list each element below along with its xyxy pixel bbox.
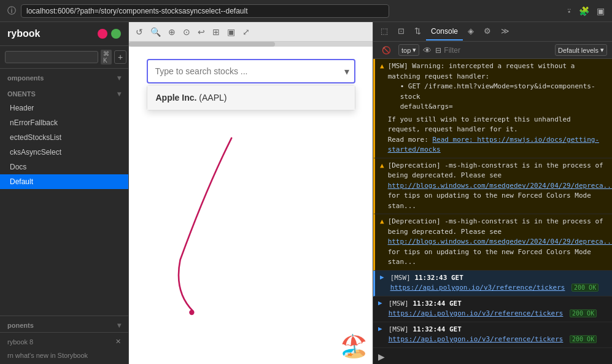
tab-network[interactable]: ⇅: [409, 23, 426, 41]
sidebar-item-asyncselect[interactable]: cksAsyncSelect: [0, 145, 128, 160]
network-url-1[interactable]: https://api.polygon.io/v3/reference/tick…: [389, 309, 564, 317]
sidebar-brand-icons: [98, 29, 121, 39]
browser-toolbar-icons: ⍣ 🧩 ▣: [567, 6, 605, 16]
stock-select-container: ▾ Apple Inc. (AAPL): [147, 59, 355, 83]
story-preview-area: ↺ 🔍 ⊕ ⊙ ↩ ⊞ ▣ ⤢ ▾ Apple Inc. (AAPL): [129, 22, 373, 364]
console-toolbar: 🚫 top ▾ 👁 ⊟ Default levels ▾: [373, 42, 612, 59]
deprecation-link-1[interactable]: http://blogs.windows.com/msedgedev/2024/…: [388, 182, 612, 190]
expand-icon-1[interactable]: ▶: [378, 299, 382, 307]
sidebar-item-default[interactable]: Default: [0, 174, 128, 189]
performance-icon: ◈: [468, 26, 474, 36]
console-filter-area: ⊟: [435, 46, 551, 55]
console-bottom-bar: ▶: [373, 349, 612, 364]
sources-icon: ⊡: [398, 26, 405, 36]
toolbar-expand-icon[interactable]: ⤢: [241, 25, 252, 39]
console-context-dropdown[interactable]: top ▾: [398, 44, 419, 56]
tab-performance[interactable]: ◈: [463, 23, 479, 41]
network-msg-2-text: [MSW] 11:32:44 GET https://api.polygon.i…: [389, 325, 597, 345]
tab-elements[interactable]: ⬚: [376, 23, 393, 41]
console-levels-dropdown[interactable]: Default levels ▾: [555, 44, 607, 56]
network-icon: ⇅: [414, 26, 421, 36]
storybook-news-text: rn what's new in Storybook: [0, 350, 128, 364]
toolbar-zoom-icon[interactable]: ⊕: [166, 25, 177, 39]
toolbar-grid-icon[interactable]: ⊞: [211, 25, 222, 39]
components-chevron: ▾: [117, 74, 121, 82]
story-component: ▾ Apple Inc. (AAPL): [147, 59, 355, 83]
brand-icon-pink: [98, 29, 107, 39]
warning-triangle-icon: ▲: [380, 62, 384, 70]
devtools-tabs: ⬚ ⊡ ⇅ Console ◈ ⚙ ≫: [373, 22, 612, 42]
console-message-deprecation-1: ▲ [Deprecation] -ms-high-constrast is in…: [373, 158, 612, 215]
url-bar[interactable]: localhost:6006/?path=/story/components-s…: [21, 4, 389, 18]
sidebar-item-header[interactable]: Header: [0, 101, 128, 115]
expand-icon-0[interactable]: ▶: [380, 273, 384, 281]
close-storybook-news-button[interactable]: ✕: [115, 338, 121, 346]
bookmark-icon[interactable]: ⍣: [567, 6, 571, 16]
console-clear-button[interactable]: 🚫: [378, 45, 395, 56]
console-message-network-2: ▶ [MSW] 11:32:44 GET https://api.polygon…: [373, 322, 612, 348]
tab-sources[interactable]: ⊡: [393, 23, 409, 41]
sidebar-section-components: omponents ▾: [0, 69, 128, 85]
warning-triangle-icon-2: ▲: [380, 161, 384, 169]
console-messages: ▲ [MSW] Warning: intercepted a request w…: [373, 59, 612, 349]
scrollbar-thumb[interactable]: [129, 42, 275, 47]
deprecation-2-text: [Deprecation] -ms-high-constrast is in t…: [388, 217, 612, 268]
sidebar-search-area: ⌘ K +: [0, 46, 128, 69]
console-message-network-1: ▶ [MSW] 11:32:44 GET https://api.polygon…: [373, 296, 612, 322]
sidebar-item-errorfallback[interactable]: nErrorFallback: [0, 115, 128, 130]
toolbar-layout-icon[interactable]: ▣: [225, 25, 237, 39]
stock-option-company: Apple Inc.: [156, 93, 197, 103]
tab-icon[interactable]: ▣: [597, 6, 605, 16]
stock-option-ticker: (AAPL): [196, 93, 227, 103]
sidebar-search-input[interactable]: [5, 51, 98, 63]
console-levels-label: Default levels: [558, 47, 598, 54]
stock-option-aapl[interactable]: Apple Inc. (AAPL): [147, 85, 355, 110]
info-icon[interactable]: ⓘ: [7, 6, 16, 17]
settings-icon: ⚙: [484, 26, 491, 36]
console-expand-icon[interactable]: ▶: [378, 352, 385, 362]
console-context-chevron: ▾: [413, 46, 416, 54]
network-url-2[interactable]: https://api.polygon.io/v3/reference/tick…: [389, 335, 564, 343]
network-status-2: 200 OK: [570, 335, 597, 343]
tab-more[interactable]: ≫: [496, 23, 514, 41]
msw-warning-text: [MSW] Warning: intercepted a request wit…: [388, 61, 607, 155]
preview-scrollbar[interactable]: [129, 42, 373, 47]
expand-icon-2[interactable]: ▶: [378, 325, 382, 333]
sidebar-add-button[interactable]: +: [114, 50, 126, 64]
network-status-0: 200 OK: [571, 284, 598, 292]
stock-dropdown: Apple Inc. (AAPL): [147, 85, 355, 110]
network-msg-1-text: [MSW] 11:32:44 GET https://api.polygon.i…: [389, 299, 597, 319]
beach-ball-emoji: 🏖️: [340, 333, 368, 359]
console-message-network-0: ▶ [MSW] 11:32:43 GET https://api.polygon…: [373, 271, 612, 296]
toolbar-undo-icon[interactable]: ↩: [196, 25, 207, 39]
tab-settings[interactable]: ⚙: [479, 23, 496, 41]
browser-chrome: ⓘ localhost:6006/?path=/story/components…: [0, 0, 612, 22]
warning-triangle-icon-3: ▲: [380, 217, 384, 225]
addons-chevron: ▾: [117, 321, 121, 330]
preview-content: ▾ Apple Inc. (AAPL) 🏖️: [129, 47, 373, 364]
stock-search-input[interactable]: [147, 59, 355, 83]
devtools-panel: ⬚ ⊡ ⇅ Console ◈ ⚙ ≫ 🚫 top ▾: [373, 22, 612, 364]
deprecation-link-2[interactable]: http://blogs.windows.com/msedgedev/2024/…: [388, 238, 612, 246]
sidebar-brand-label: rybook: [7, 28, 40, 39]
svg-point-0: [189, 310, 194, 315]
sidebar-item-docs[interactable]: Docs: [0, 160, 128, 174]
toolbar-reset-icon[interactable]: ⊙: [181, 25, 192, 39]
elements-icon: ⬚: [381, 26, 388, 36]
toolbar-zoom-out-icon[interactable]: 🔍: [149, 25, 163, 39]
console-eye-icon[interactable]: 👁: [423, 45, 432, 55]
sidebar-item-stockslist[interactable]: ectedStocksList: [0, 130, 128, 145]
extension-icon[interactable]: 🧩: [579, 6, 589, 16]
console-levels-chevron: ▾: [600, 46, 604, 54]
filter-icon: ⊟: [435, 46, 441, 55]
toolbar-sync-icon[interactable]: ↺: [134, 25, 145, 39]
network-url-0[interactable]: https://api.polygon.io/v3/reference/tick…: [390, 284, 565, 292]
tab-console[interactable]: Console: [426, 23, 463, 41]
network-status-1: 200 OK: [570, 309, 597, 317]
preview-toolbar: ↺ 🔍 ⊕ ⊙ ↩ ⊞ ▣ ⤢: [129, 22, 373, 42]
main-area: rybook ⌘ K + omponents ▾ ONENTS ▾ Header…: [0, 22, 612, 364]
console-filter-input[interactable]: [444, 46, 551, 55]
console-message-deprecation-2: ▲ [Deprecation] -ms-high-constrast is in…: [373, 214, 612, 271]
sidebar-header: rybook: [0, 22, 128, 46]
onents-chevron: ▾: [117, 90, 121, 98]
